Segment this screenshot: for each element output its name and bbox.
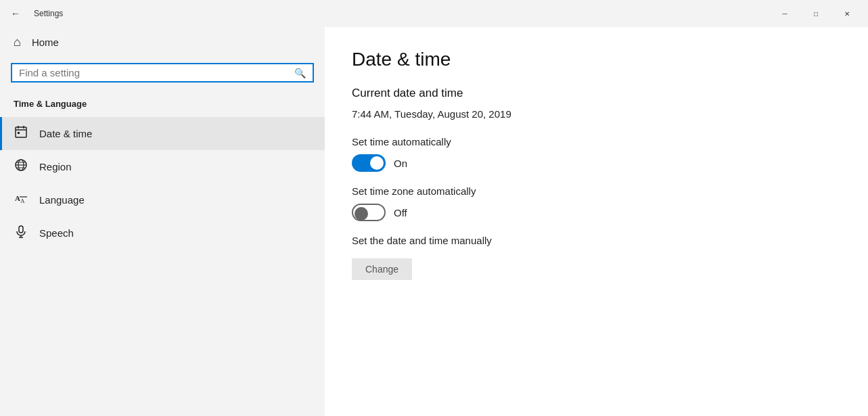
current-date-time-heading: Current date and time [352,87,841,100]
toggle-knob [370,156,384,170]
set-time-auto-status: On [394,158,407,169]
language-label: Language [39,194,85,206]
app-title: Settings [34,9,63,18]
sidebar-section-title: Time & Language [0,93,325,117]
sidebar-item-language[interactable]: A A Language [0,183,325,216]
search-icon: 🔍 [294,68,306,78]
svg-rect-13 [19,226,23,233]
home-icon: ⌂ [14,35,21,49]
search-input[interactable] [19,67,294,78]
svg-rect-4 [18,132,20,134]
search-box[interactable]: 🔍 [11,63,314,83]
sidebar-item-region[interactable]: Region [0,150,325,183]
set-time-auto-label: Set time automatically [352,136,841,147]
set-time-auto-row: Set time automatically On [352,136,841,172]
set-timezone-auto-toggle[interactable] [352,204,386,221]
set-time-auto-toggle-row: On [352,154,841,172]
change-button[interactable]: Change [352,258,412,280]
window-controls: ─ □ ✕ [769,0,863,27]
sidebar-item-home[interactable]: ⌂ Home [0,27,325,57]
set-timezone-auto-status: Off [394,207,407,218]
speech-label: Speech [39,227,74,239]
close-button[interactable]: ✕ [831,0,863,27]
svg-text:A: A [15,194,20,202]
sidebar-item-speech[interactable]: Speech [0,216,325,250]
speech-icon [14,225,28,241]
language-icon: A A [14,191,28,208]
home-label: Home [32,37,59,48]
page-title: Date & time [352,49,841,70]
current-time-display: 7:44 AM, Tuesday, August 20, 2019 [352,108,841,120]
timezone-toggle-knob [355,207,368,221]
date-time-label: Date & time [39,128,92,139]
region-label: Region [39,161,72,172]
set-timezone-auto-toggle-row: Off [352,204,841,221]
set-manually-row: Set the date and time manually Change [352,235,841,280]
svg-rect-0 [16,127,26,137]
sidebar-item-date-time[interactable]: Date & time [0,117,325,150]
maximize-button[interactable]: □ [800,0,831,27]
set-time-auto-toggle[interactable] [352,154,386,172]
content-area: Date & time Current date and time 7:44 A… [325,27,868,416]
title-bar-left: ← Settings [5,3,63,24]
region-icon [14,158,28,175]
date-time-icon [14,125,28,142]
minimize-button[interactable]: ─ [769,0,800,27]
app-body: ⌂ Home 🔍 Time & Language Date & time [0,27,868,416]
svg-text:A: A [20,198,25,204]
sidebar: ⌂ Home 🔍 Time & Language Date & time [0,27,325,416]
set-manually-label: Set the date and time manually [352,235,841,246]
title-bar: ← Settings ─ □ ✕ [0,0,868,27]
set-timezone-auto-row: Set time zone automatically Off [352,185,841,221]
back-button[interactable]: ← [5,3,26,24]
set-timezone-auto-label: Set time zone automatically [352,185,841,197]
